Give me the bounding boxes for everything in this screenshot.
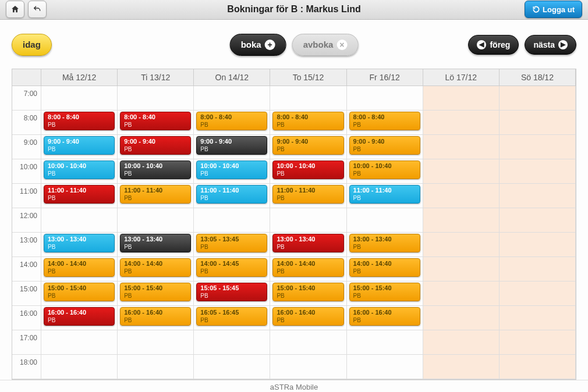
calendar-cell[interactable]: 10:00 - 10:40PB — [41, 159, 118, 184]
booking-event[interactable]: 10:00 - 10:40PB — [196, 161, 267, 179]
home-button[interactable] — [6, 1, 24, 18]
calendar-cell[interactable] — [270, 86, 346, 111]
logout-button[interactable]: Logga ut — [525, 1, 582, 18]
calendar-cell[interactable]: 15:05 - 15:45PB — [194, 281, 270, 306]
calendar-cell[interactable]: 8:00 - 8:40PB — [118, 111, 194, 135]
cancel-button[interactable]: avboka × — [292, 34, 359, 56]
booking-event[interactable]: 14:00 - 14:45PB — [196, 258, 267, 277]
calendar-cell[interactable] — [194, 208, 270, 233]
calendar-cell[interactable] — [500, 111, 576, 135]
calendar-cell[interactable] — [423, 159, 500, 184]
calendar-cell[interactable] — [423, 330, 500, 355]
calendar-cell[interactable] — [500, 135, 576, 159]
calendar-cell[interactable]: 14:00 - 14:40PB — [41, 257, 118, 281]
booking-event[interactable]: 13:00 - 13:40PB — [120, 234, 191, 252]
booking-event[interactable]: 15:05 - 15:45PB — [196, 283, 267, 301]
booking-event[interactable]: 9:00 - 9:40PB — [196, 136, 267, 155]
calendar-cell[interactable] — [41, 208, 118, 233]
booking-event[interactable]: 8:00 - 8:40PB — [44, 112, 115, 130]
calendar-cell[interactable] — [194, 355, 270, 379]
calendar-cell[interactable] — [500, 281, 576, 306]
calendar-cell[interactable]: 11:00 - 11:40PB — [118, 184, 194, 208]
booking-event[interactable]: 8:00 - 8:40PB — [196, 112, 267, 130]
booking-event[interactable]: 8:00 - 8:40PB — [349, 112, 420, 130]
calendar-cell[interactable] — [347, 355, 423, 379]
calendar-cell[interactable] — [347, 86, 423, 111]
calendar-cell[interactable] — [423, 233, 500, 257]
calendar-cell[interactable]: 13:00 - 13:40PB — [270, 233, 346, 257]
calendar-cell[interactable] — [347, 330, 423, 355]
calendar-cell[interactable]: 16:00 - 16:40PB — [270, 306, 346, 330]
booking-event[interactable]: 9:00 - 9:40PB — [120, 136, 191, 155]
calendar-cell[interactable]: 9:00 - 9:40PB — [194, 135, 270, 159]
calendar-cell[interactable]: 9:00 - 9:40PB — [347, 135, 423, 159]
calendar-cell[interactable]: 13:00 - 13:40PB — [347, 233, 423, 257]
booking-event[interactable]: 15:00 - 15:40PB — [120, 283, 191, 301]
calendar-cell[interactable]: 11:00 - 11:40PB — [347, 184, 423, 208]
calendar-cell[interactable] — [423, 86, 500, 111]
calendar-cell[interactable]: 13:00 - 13:40PB — [41, 233, 118, 257]
booking-event[interactable]: 9:00 - 9:40PB — [272, 136, 343, 155]
calendar-cell[interactable]: 8:00 - 8:40PB — [347, 111, 423, 135]
calendar-cell[interactable] — [41, 330, 118, 355]
calendar-cell[interactable]: 8:00 - 8:40PB — [270, 111, 346, 135]
calendar-cell[interactable] — [41, 355, 118, 379]
booking-event[interactable]: 11:00 - 11:40PB — [349, 185, 420, 204]
today-button[interactable]: idag — [12, 34, 52, 56]
calendar-cell[interactable] — [423, 111, 500, 135]
booking-event[interactable]: 10:00 - 10:40PB — [44, 161, 115, 179]
calendar-cell[interactable] — [423, 281, 500, 306]
calendar-cell[interactable] — [423, 306, 500, 330]
calendar-cell[interactable]: 14:00 - 14:40PB — [118, 257, 194, 281]
book-button[interactable]: boka + — [230, 34, 286, 56]
calendar-cell[interactable] — [423, 208, 500, 233]
booking-event[interactable]: 16:00 - 16:40PB — [120, 307, 191, 326]
calendar-cell[interactable] — [423, 257, 500, 281]
calendar-cell[interactable] — [500, 257, 576, 281]
calendar-cell[interactable] — [500, 184, 576, 208]
calendar-cell[interactable]: 10:00 - 10:40PB — [270, 159, 346, 184]
prev-button[interactable]: ◀ föreg — [468, 35, 519, 55]
booking-event[interactable]: 16:00 - 16:40PB — [272, 307, 343, 326]
booking-event[interactable]: 16:00 - 16:40PB — [44, 307, 115, 326]
calendar-cell[interactable]: 11:00 - 11:40PB — [41, 184, 118, 208]
calendar-cell[interactable] — [347, 208, 423, 233]
calendar-cell[interactable]: 13:00 - 13:40PB — [118, 233, 194, 257]
calendar-cell[interactable] — [270, 208, 346, 233]
calendar-cell[interactable] — [423, 184, 500, 208]
calendar-cell[interactable] — [194, 330, 270, 355]
calendar-cell[interactable]: 15:00 - 15:40PB — [270, 281, 346, 306]
calendar-cell[interactable] — [500, 306, 576, 330]
calendar-cell[interactable] — [118, 330, 194, 355]
calendar-cell[interactable] — [500, 159, 576, 184]
calendar-cell[interactable] — [118, 86, 194, 111]
booking-event[interactable]: 10:00 - 10:40PB — [120, 161, 191, 179]
calendar-cell[interactable]: 14:00 - 14:40PB — [347, 257, 423, 281]
calendar-cell[interactable]: 15:00 - 15:40PB — [347, 281, 423, 306]
calendar-cell[interactable]: 15:00 - 15:40PB — [118, 281, 194, 306]
booking-event[interactable]: 14:00 - 14:40PB — [349, 258, 420, 277]
back-button[interactable] — [28, 1, 47, 18]
calendar-cell[interactable] — [118, 208, 194, 233]
booking-event[interactable]: 9:00 - 9:40PB — [349, 136, 420, 155]
calendar-cell[interactable] — [500, 86, 576, 111]
calendar-cell[interactable]: 13:05 - 13:45PB — [194, 233, 270, 257]
calendar-cell[interactable]: 15:00 - 15:40PB — [41, 281, 118, 306]
calendar-cell[interactable]: 16:00 - 16:40PB — [347, 306, 423, 330]
booking-event[interactable]: 15:00 - 15:40PB — [44, 283, 115, 301]
calendar-cell[interactable] — [500, 330, 576, 355]
calendar-cell[interactable]: 8:00 - 8:40PB — [194, 111, 270, 135]
calendar-cell[interactable]: 11:00 - 11:40PB — [270, 184, 346, 208]
booking-event[interactable]: 8:00 - 8:40PB — [120, 112, 191, 130]
booking-event[interactable]: 15:00 - 15:40PB — [349, 283, 420, 301]
calendar-cell[interactable]: 16:00 - 16:40PB — [41, 306, 118, 330]
calendar-cell[interactable]: 10:00 - 10:40PB — [347, 159, 423, 184]
booking-event[interactable]: 9:00 - 9:40PB — [44, 136, 115, 155]
booking-event[interactable]: 11:00 - 11:40PB — [272, 185, 343, 204]
booking-event[interactable]: 14:00 - 14:40PB — [120, 258, 191, 277]
calendar-cell[interactable]: 8:00 - 8:40PB — [41, 111, 118, 135]
calendar-cell[interactable] — [194, 86, 270, 111]
calendar-cell[interactable] — [270, 330, 346, 355]
booking-event[interactable]: 16:00 - 16:40PB — [349, 307, 420, 326]
calendar-cell[interactable]: 9:00 - 9:40PB — [41, 135, 118, 159]
